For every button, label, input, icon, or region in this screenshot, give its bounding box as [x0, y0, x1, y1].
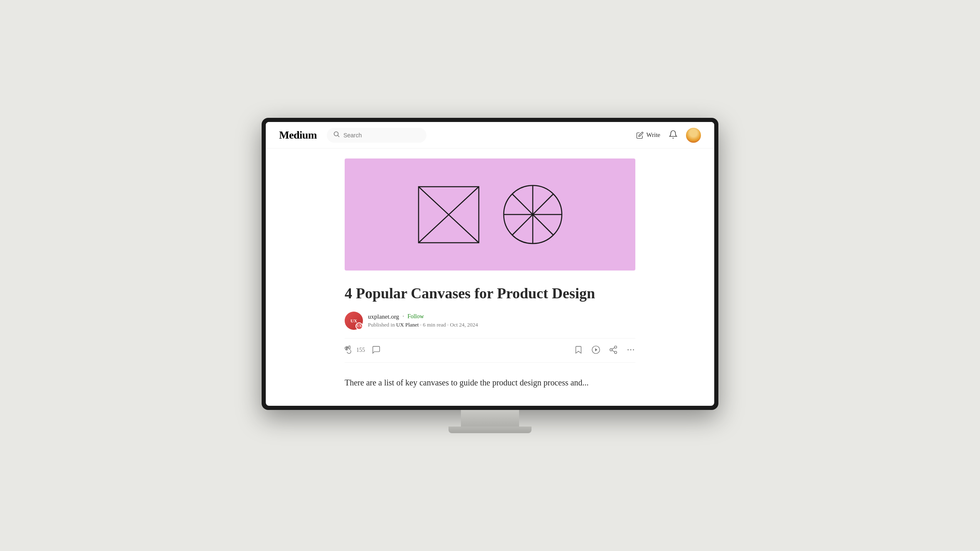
comment-button[interactable]	[372, 345, 381, 356]
author-badge: UX	[355, 322, 363, 330]
svg-point-17	[627, 349, 629, 351]
avatar-image	[686, 128, 701, 143]
write-label: Write	[646, 132, 660, 139]
author-info: uxplanet.org · Follow Published in UX Pl…	[368, 313, 478, 328]
save-button[interactable]	[574, 345, 583, 356]
bell-icon[interactable]	[669, 130, 678, 141]
author-avatar[interactable]: UX UX	[345, 312, 363, 330]
navbar: Medium	[266, 122, 714, 149]
hero-shapes	[414, 181, 566, 248]
author-name-row: uxplanet.org · Follow	[368, 313, 478, 320]
stand-neck	[461, 410, 519, 427]
clap-count: 155	[356, 347, 365, 354]
hero-shape-square	[414, 183, 483, 247]
hero-image	[345, 158, 635, 271]
svg-point-12	[615, 346, 617, 349]
action-bar: 155	[345, 338, 635, 363]
main-content: 4 Popular Canvases for Product Design UX…	[336, 158, 644, 406]
listen-button[interactable]	[591, 345, 600, 356]
navbar-right: Write	[636, 128, 701, 143]
svg-point-0	[334, 132, 338, 136]
clap-button[interactable]: 155	[345, 346, 365, 355]
svg-point-13	[610, 349, 612, 351]
author-row: UX UX uxplanet.org · Follow P	[345, 312, 635, 330]
svg-point-18	[630, 349, 632, 351]
svg-point-19	[633, 349, 634, 351]
stand-base	[448, 427, 532, 433]
author-badge-text: UX	[357, 324, 362, 328]
screen: Medium	[266, 122, 714, 406]
article-preview: There are a list of key canvases to guid…	[345, 376, 635, 389]
author-separator: ·	[402, 313, 404, 320]
share-button[interactable]	[609, 345, 618, 356]
hero-shape-circle	[500, 181, 566, 248]
svg-line-16	[612, 348, 615, 349]
published-in-label: Published in	[368, 322, 396, 328]
publication-link[interactable]: UX Planet	[396, 322, 419, 328]
share-icon	[609, 345, 618, 354]
write-icon	[636, 132, 644, 139]
author-initials: UX	[350, 318, 357, 323]
medium-logo: Medium	[279, 129, 317, 141]
read-time: 6 min read	[423, 322, 446, 328]
action-left: 155	[345, 345, 381, 356]
svg-line-1	[338, 135, 339, 137]
monitor: Medium	[262, 118, 718, 410]
avatar[interactable]	[686, 128, 701, 143]
write-button[interactable]: Write	[636, 132, 660, 139]
clap-icon	[345, 346, 354, 355]
svg-marker-11	[595, 348, 598, 351]
comment-icon	[372, 345, 381, 354]
article-title: 4 Popular Canvases for Product Design	[345, 284, 635, 303]
author-name[interactable]: uxplanet.org	[368, 313, 399, 320]
follow-button[interactable]: Follow	[407, 313, 424, 320]
more-icon	[626, 345, 635, 354]
save-icon	[574, 345, 583, 354]
action-right	[574, 345, 635, 356]
publish-date: Oct 24, 2024	[450, 322, 478, 328]
search-container	[327, 128, 426, 143]
play-icon	[591, 345, 600, 354]
author-meta: Published in UX Planet · 6 min read · Oc…	[368, 322, 478, 328]
search-icon	[333, 131, 340, 139]
monitor-stand	[448, 410, 532, 433]
search-input[interactable]	[343, 132, 410, 139]
svg-line-15	[612, 350, 615, 352]
svg-point-14	[615, 351, 617, 354]
more-button[interactable]	[626, 345, 635, 356]
